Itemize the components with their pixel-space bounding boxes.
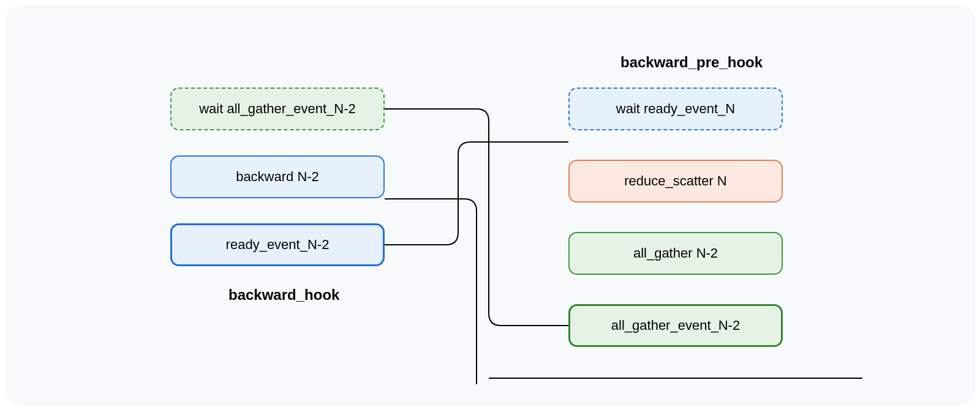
connectors	[5, 5, 975, 405]
node-reduce-scatter: reduce_scatter N	[568, 160, 783, 203]
node-wait-ready-event: wait ready_event_N	[568, 88, 783, 130]
node-backward: backward N-2	[170, 155, 385, 198]
node-ready-event: ready_event_N-2	[170, 223, 385, 266]
node-all-gather: all_gather N-2	[568, 232, 783, 275]
label-backward-pre-hook: backward_pre_hook	[620, 54, 763, 71]
label-backward-hook: backward_hook	[228, 286, 339, 304]
diagram-canvas: backward_pre_hook backward_hook wait all…	[5, 5, 975, 405]
node-all-gather-event: all_gather_event_N-2	[568, 304, 783, 347]
node-wait-all-gather-event: wait all_gather_event_N-2	[170, 88, 385, 130]
